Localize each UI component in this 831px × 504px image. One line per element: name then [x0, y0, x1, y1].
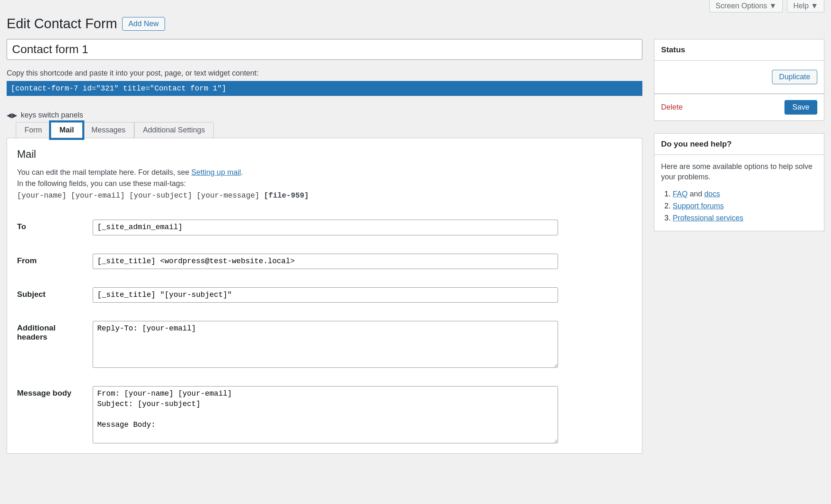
- shortcode-box[interactable]: [contact-form-7 id="321" title="Contact …: [7, 81, 642, 96]
- subject-input[interactable]: [93, 287, 558, 303]
- add-new-button[interactable]: Add New: [122, 17, 165, 31]
- arrow-icons: ◀▶: [7, 111, 17, 119]
- keyboard-hint-text: keys switch panels: [21, 111, 83, 120]
- message-body-input[interactable]: From: [your-name] [your-email] Subject: …: [93, 386, 558, 443]
- subject-label: Subject: [17, 287, 88, 299]
- help-text: Here are some available options to help …: [661, 161, 817, 182]
- support-forums-link[interactable]: Support forums: [673, 202, 724, 210]
- faq-link[interactable]: FAQ: [673, 190, 688, 198]
- help-list: FAQ and docs Support forums Professional…: [661, 188, 817, 224]
- docs-link[interactable]: docs: [704, 190, 720, 198]
- message-body-label: Message body: [17, 386, 88, 398]
- shortcode-help-text: Copy this shortcode and paste it into yo…: [7, 69, 642, 78]
- status-box: Status Duplicate Delete Save: [654, 39, 824, 121]
- help-box: Do you need help? Here are some availabl…: [654, 133, 824, 231]
- from-label: From: [17, 254, 88, 265]
- status-title: Status: [654, 39, 824, 61]
- save-button[interactable]: Save: [784, 100, 817, 115]
- tab-messages[interactable]: Messages: [83, 122, 134, 138]
- screen-options-button[interactable]: Screen Options ▼: [709, 0, 783, 12]
- help-button[interactable]: Help ▼: [787, 0, 824, 12]
- tabs-container: Form Mail Messages Additional Settings: [16, 122, 642, 138]
- keyboard-hint: ◀▶ keys switch panels: [7, 111, 642, 120]
- duplicate-button[interactable]: Duplicate: [772, 70, 817, 84]
- professional-services-link[interactable]: Professional services: [673, 214, 743, 222]
- page-title: Edit Contact Form: [7, 16, 117, 32]
- file-tag: [file-959]: [264, 191, 309, 200]
- tab-mail[interactable]: Mail: [51, 122, 83, 138]
- mail-heading: Mail: [17, 148, 632, 160]
- mail-panel: Mail You can edit the mail template here…: [7, 138, 642, 453]
- to-input[interactable]: [93, 220, 558, 235]
- tab-form[interactable]: Form: [16, 122, 51, 138]
- to-label: To: [17, 220, 88, 231]
- mail-tags-line: [your-name] [your-email] [your-subject] …: [17, 190, 632, 201]
- form-title-input[interactable]: [7, 39, 642, 60]
- delete-link[interactable]: Delete: [661, 103, 683, 112]
- help-title: Do you need help?: [654, 134, 824, 155]
- setting-up-mail-link[interactable]: Setting up mail: [192, 168, 241, 176]
- mail-description: You can edit the mail template here. For…: [17, 167, 632, 201]
- additional-headers-input[interactable]: Reply-To: [your-email]: [93, 321, 558, 368]
- from-input[interactable]: [93, 254, 558, 269]
- additional-headers-label: Additional headers: [17, 321, 88, 342]
- tab-additional-settings[interactable]: Additional Settings: [134, 122, 214, 138]
